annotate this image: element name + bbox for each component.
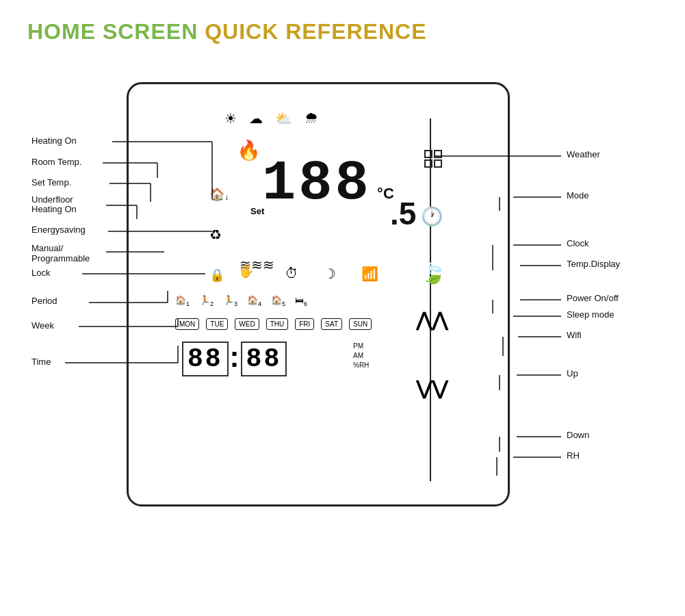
period-row: 🏠1 🏃2 🏃3 🏠4 🏠5 🛏6 bbox=[175, 295, 307, 307]
day-row: MON TUE WED THU FRI SAT SUN bbox=[175, 318, 372, 330]
clock-right-icon: 🕐 bbox=[421, 206, 443, 227]
svg-rect-2 bbox=[425, 160, 432, 167]
day-wed: WED bbox=[235, 318, 259, 330]
svg-rect-0 bbox=[425, 151, 432, 157]
weather-icons-row: ☀ ☁ ⛅ 🌨 bbox=[224, 110, 318, 127]
day-thu: THU bbox=[266, 318, 289, 330]
title-screen: SCREEN bbox=[103, 19, 205, 44]
page-title: HOME SCREEN QUICK REFERENCE bbox=[27, 19, 427, 44]
time-hours: 88 bbox=[182, 342, 229, 376]
time-colon: : bbox=[229, 341, 241, 374]
temp-digits: 188 bbox=[262, 152, 372, 216]
day-fri: FRI bbox=[295, 318, 314, 330]
flame-icon: 🔥 bbox=[237, 139, 261, 162]
snow-cloud-icon: 🌨 bbox=[305, 110, 318, 127]
up-arrow-icon: ⋀⋀ bbox=[416, 309, 448, 331]
lock-icon: 🔒 bbox=[209, 268, 224, 283]
period-4: 🏠4 bbox=[247, 295, 261, 307]
rh-inner-label: %RH bbox=[353, 361, 369, 370]
time-minutes: 88 bbox=[241, 342, 287, 376]
am-label: AM bbox=[353, 351, 369, 361]
eco-icon: ♻ bbox=[209, 227, 222, 243]
sleep-icon: ☽ bbox=[324, 266, 336, 282]
vertical-divider bbox=[430, 118, 431, 481]
title-home: HOME bbox=[27, 19, 103, 44]
time-display: 88 : 88 bbox=[182, 341, 287, 376]
period-2: 🏃2 bbox=[199, 295, 214, 307]
svg-rect-1 bbox=[435, 151, 441, 157]
hand-wave-icon: 🖐 bbox=[238, 264, 253, 279]
title-reference: REFERENCE bbox=[285, 19, 426, 44]
clock-middle-icon: ⏱ bbox=[285, 266, 298, 281]
pm-label: PM bbox=[353, 342, 369, 351]
ampm-rh-labels: PM AM %RH bbox=[353, 342, 369, 370]
sun-icon: ☀ bbox=[224, 110, 237, 127]
day-mon: MON bbox=[175, 318, 199, 330]
day-tue: TUE bbox=[206, 318, 228, 330]
title-quick: QUICK bbox=[205, 19, 285, 44]
cloud-icon: ☁ bbox=[249, 110, 263, 127]
leaf-icon: 🍃 bbox=[421, 261, 446, 285]
svg-rect-3 bbox=[435, 160, 441, 167]
temp-decimal: .5 bbox=[390, 195, 416, 232]
thermostat-panel: ☀ ☁ ⛅ 🌨 🔥 Set 🏠↓ 188 °C .5 🔒 ≋≋≋ ⏱ ☽ 📶 🖐… bbox=[127, 82, 510, 506]
rain-cloud-icon: ⛅ bbox=[275, 110, 292, 127]
wifi-icon-inner: 📶 bbox=[361, 266, 378, 282]
down-arrow-icon: ⋁⋁ bbox=[416, 377, 448, 400]
day-sat: SAT bbox=[321, 318, 342, 330]
period-1: 🏠1 bbox=[175, 295, 190, 307]
period-3: 🏃3 bbox=[223, 295, 237, 307]
main-temp-display: 188 °C bbox=[262, 156, 394, 212]
underfloor-heating-icon: 🏠↓ bbox=[209, 187, 229, 202]
period-5: 🏠5 bbox=[271, 295, 285, 307]
mode-icon bbox=[424, 149, 443, 171]
day-sun: SUN bbox=[349, 318, 372, 330]
period-6: 🛏6 bbox=[295, 295, 307, 307]
